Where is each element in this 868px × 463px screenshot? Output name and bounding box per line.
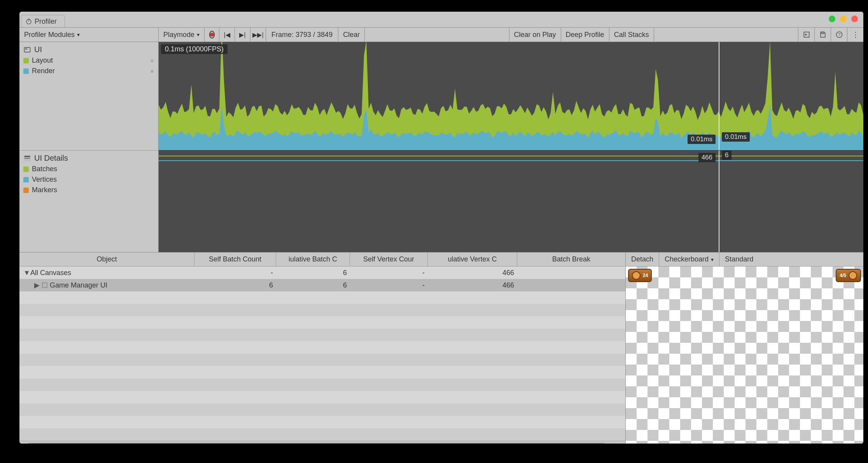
table-row[interactable]	[19, 403, 625, 416]
hud-timer-chip: 24	[628, 269, 652, 282]
cursor-value-466: 466	[698, 153, 716, 162]
toolbar-right-icons: ? ⋮	[798, 28, 863, 42]
cursor-value-left: 0.01ms	[688, 135, 716, 144]
toolbar-spacer	[365, 28, 509, 42]
table-row[interactable]	[19, 366, 625, 379]
preview-pane: Detach Checkerboard Standard 24 4/5	[625, 253, 863, 444]
col-batch-break[interactable]: Batch Break	[517, 253, 625, 266]
playhead-cursor-2[interactable]	[719, 151, 719, 252]
preview-toolbar: Detach Checkerboard Standard	[626, 253, 863, 267]
save-profile-button[interactable]	[814, 28, 831, 42]
cursor-value-6: 6	[722, 151, 732, 160]
table-row[interactable]	[19, 354, 625, 366]
svg-rect-12	[42, 283, 47, 288]
frame-indicator: Frame: 3793 / 3849	[266, 28, 338, 42]
preview-mode-dropdown[interactable]: Checkerboard	[659, 253, 719, 266]
clear-on-play-button[interactable]: Clear on Play	[509, 28, 561, 42]
horizontal-scrollbar[interactable]: ◀ ▶	[19, 441, 625, 444]
traffic-light-minimize[interactable]	[829, 16, 835, 22]
ui-module-icon	[23, 46, 31, 54]
table-row[interactable]: ▼All Canvases-6-466	[19, 267, 625, 279]
scrollbar-thumb[interactable]	[27, 443, 606, 444]
ui-module-title: UI	[34, 45, 42, 54]
deep-profile-button[interactable]: Deep Profile	[561, 28, 609, 42]
svg-rect-6	[25, 48, 27, 49]
table-row[interactable]	[19, 316, 625, 329]
legend-item[interactable]: Render≡	[23, 67, 154, 75]
table-row[interactable]	[19, 391, 625, 403]
col-cumulative-vertex[interactable]: ulative Vertex C	[428, 253, 517, 266]
scroll-right-icon[interactable]: ▶	[618, 442, 625, 444]
table-row[interactable]	[19, 428, 625, 441]
col-self-vertex[interactable]: Self Vertex Cour	[350, 253, 428, 266]
svg-rect-8	[24, 158, 30, 159]
compass-icon	[849, 271, 857, 280]
preview-canvas[interactable]: 24 4/5	[626, 267, 863, 444]
svg-text:?: ?	[838, 32, 840, 37]
legend-swatch	[23, 188, 29, 193]
table-row[interactable]: ▶Game Manager UI66-466	[19, 279, 625, 291]
clear-button[interactable]: Clear	[338, 28, 365, 42]
table-row[interactable]	[19, 329, 625, 341]
table-row[interactable]	[19, 291, 625, 304]
table-row[interactable]	[19, 379, 625, 391]
legend-swatch	[23, 177, 29, 182]
record-icon	[209, 31, 215, 39]
reorder-icon[interactable]: ≡	[150, 58, 154, 64]
legend-item[interactable]: Vertices	[23, 175, 154, 184]
expand-caret-icon[interactable]: ▼	[23, 269, 29, 277]
table-row[interactable]	[19, 304, 625, 316]
col-cumulative-batch[interactable]: iulative Batch C	[276, 253, 350, 266]
traffic-light-maximize[interactable]	[840, 16, 847, 22]
tab-profiler[interactable]: Profiler	[21, 15, 65, 28]
profiler-window: Profiler Profiler Modules Playmode |◀ ▶|…	[19, 12, 863, 444]
frame-last-button[interactable]: ▶▶|	[250, 28, 266, 42]
svg-rect-7	[24, 156, 30, 157]
col-self-batch[interactable]: Self Batch Count	[194, 253, 276, 266]
tab-row: Profiler	[21, 15, 65, 28]
profiler-modules-dropdown[interactable]: Profiler Modules	[19, 28, 159, 42]
table-row[interactable]	[19, 416, 625, 428]
frame-prev-button[interactable]: ▶|	[235, 28, 250, 42]
reorder-icon[interactable]: ≡	[150, 68, 154, 74]
module-sidebar: UI Layout≡Render≡ UI Details BatchesV	[19, 42, 159, 252]
legend-swatch	[23, 58, 29, 63]
context-menu-button[interactable]: ⋮	[847, 28, 863, 42]
cursor-value-right: 0.01ms	[722, 132, 750, 142]
table-row[interactable]	[19, 341, 625, 354]
scroll-left-icon[interactable]: ◀	[19, 442, 27, 444]
playhead-cursor[interactable]	[719, 42, 719, 150]
load-profile-button[interactable]	[798, 28, 814, 42]
window-titlebar	[19, 12, 863, 26]
traffic-light-close[interactable]	[851, 16, 858, 22]
toolbar: Profiler Modules Playmode |◀ ▶| ▶▶| Fram…	[19, 27, 863, 42]
profiler-icon	[25, 18, 32, 25]
legend-item[interactable]: Layout≡	[23, 56, 154, 65]
record-button[interactable]	[205, 28, 219, 42]
tab-label: Profiler	[35, 18, 57, 26]
hourglass-icon	[632, 271, 640, 280]
chart-ui[interactable]: 0.1ms (10000FPS) 0.01ms 0.01ms	[159, 42, 863, 150]
help-button[interactable]: ?	[831, 28, 847, 42]
legend-swatch	[23, 68, 29, 74]
svg-rect-5	[24, 47, 30, 52]
chart-area[interactable]: 0.1ms (10000FPS) 0.01ms 0.01ms 466 6	[159, 42, 863, 252]
call-stacks-button[interactable]: Call Stacks	[609, 28, 654, 42]
table-header: Object Self Batch Count iulative Batch C…	[19, 253, 625, 267]
ui-details-table: Object Self Batch Count iulative Batch C…	[19, 253, 625, 444]
table-body[interactable]: ▼All Canvases-6-466▶Game Manager UI66-46…	[19, 267, 625, 441]
col-object[interactable]: Object	[19, 253, 194, 266]
scale-label: 0.1ms (10000FPS)	[161, 44, 228, 54]
svg-rect-2	[821, 32, 824, 33]
playmode-dropdown[interactable]: Playmode	[159, 28, 205, 42]
detach-button[interactable]: Detach	[626, 253, 659, 266]
legend-swatch	[23, 167, 29, 172]
expand-caret-icon[interactable]: ▶	[34, 281, 40, 289]
svg-rect-9	[24, 160, 30, 161]
preview-render-dropdown[interactable]: Standard	[719, 253, 759, 266]
legend-item[interactable]: Markers	[23, 186, 154, 194]
legend-item[interactable]: Batches	[23, 165, 154, 173]
chart-ui-details[interactable]: 466 6	[159, 150, 863, 252]
frame-first-button[interactable]: |◀	[219, 28, 235, 42]
hud-counter-chip: 4/5	[836, 269, 861, 282]
